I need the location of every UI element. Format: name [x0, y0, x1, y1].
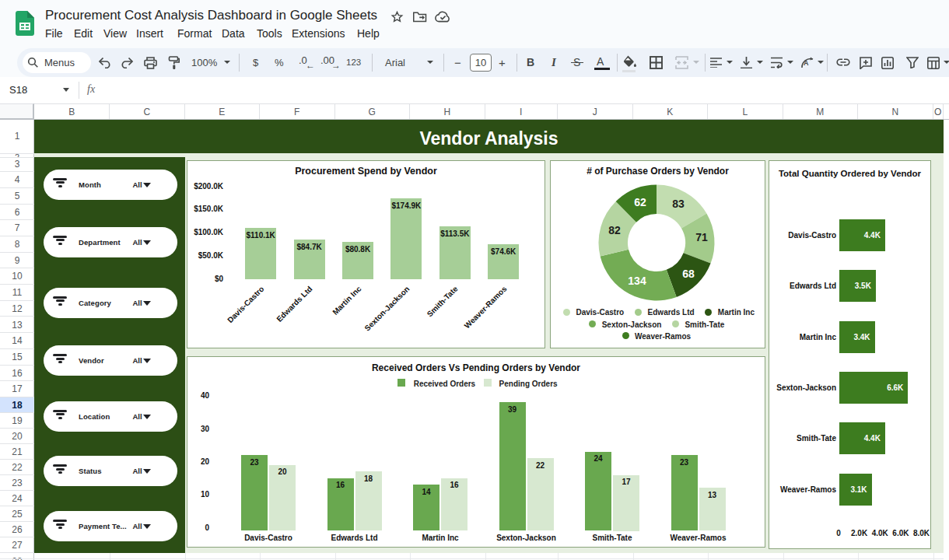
svg-text:68: 68 — [682, 268, 695, 280]
svg-text:83: 83 — [672, 198, 685, 210]
svg-text:134: 134 — [628, 275, 646, 287]
svg-text:62: 62 — [634, 196, 646, 208]
svg-text:A: A — [804, 59, 809, 67]
svg-text:71: 71 — [695, 231, 708, 243]
svg-text:82: 82 — [608, 224, 621, 236]
